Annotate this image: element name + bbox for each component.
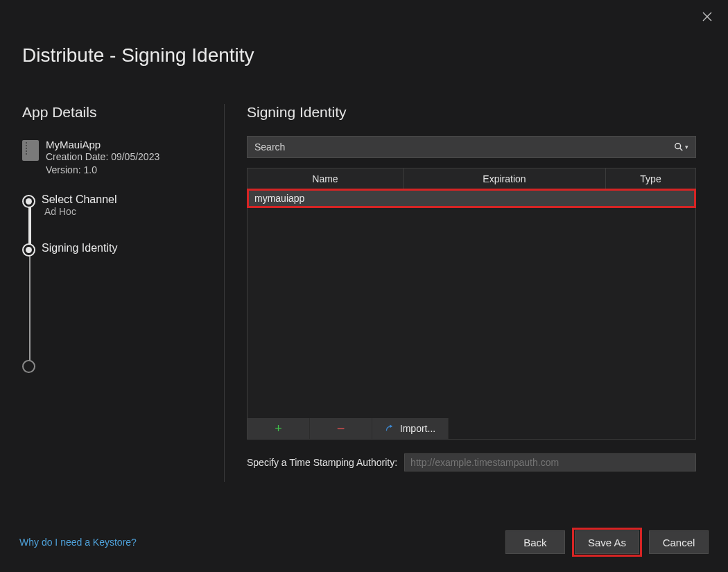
column-name[interactable]: Name: [248, 168, 404, 189]
wizard-steps: Select Channel Ad Hoc Signing Identity: [22, 193, 222, 254]
svg-point-0: [675, 144, 681, 149]
tsa-input[interactable]: [404, 453, 696, 471]
keystore-help-link[interactable]: Why do I need a Keystore?: [19, 537, 137, 548]
page-title: Distribute - Signing Identity: [22, 44, 254, 67]
signing-identity-header: Signing Identity: [247, 104, 696, 121]
right-panel: Signing Identity ▾ Name Expiration Type …: [247, 104, 696, 471]
panel-divider: [224, 104, 225, 482]
table-toolbar: + − Import...: [248, 418, 695, 439]
tsa-label: Specify a Time Stamping Authority:: [247, 457, 397, 468]
step-dot-icon: [22, 360, 35, 373]
chevron-down-icon: ▾: [685, 144, 688, 150]
left-panel: App Details MyMauiApp Creation Date: 09/…: [22, 104, 222, 358]
close-button[interactable]: [699, 8, 716, 25]
search-row: ▾: [247, 136, 696, 158]
footer: Why do I need a Keystore? Back Save As C…: [0, 530, 728, 554]
step-label: Signing Identity: [42, 242, 222, 254]
delete-identity-button[interactable]: −: [310, 418, 372, 439]
import-identity-button[interactable]: Import...: [372, 418, 449, 439]
table-row[interactable]: mymauiapp: [248, 189, 695, 207]
toolbar-spacer: [449, 418, 695, 439]
archive-icon: [22, 140, 39, 161]
back-button[interactable]: Back: [505, 530, 565, 554]
plus-icon: +: [275, 422, 282, 436]
table-header: Name Expiration Type: [248, 168, 695, 189]
close-icon: [702, 12, 712, 21]
import-label: Import...: [400, 423, 435, 434]
cell-name: mymauiapp: [248, 193, 404, 204]
column-type[interactable]: Type: [606, 168, 695, 189]
save-as-button[interactable]: Save As: [575, 530, 639, 554]
step-signing-identity[interactable]: Signing Identity: [42, 242, 222, 254]
step-dot-icon: [22, 195, 35, 208]
import-arrow-icon: [385, 424, 396, 433]
step-dot-icon: [22, 243, 35, 257]
search-icon: [674, 142, 684, 152]
app-creation-date: Creation Date: 09/05/2023: [46, 150, 159, 164]
app-summary: MyMauiApp Creation Date: 09/05/2023 Vers…: [22, 139, 222, 177]
app-details-header: App Details: [22, 104, 222, 121]
step-select-channel[interactable]: Select Channel Ad Hoc: [42, 193, 222, 217]
svg-line-1: [680, 148, 682, 150]
app-version: Version: 1.0: [46, 164, 159, 177]
step-label: Select Channel: [42, 193, 222, 206]
search-dropdown-button[interactable]: ▾: [667, 142, 695, 152]
column-expiration[interactable]: Expiration: [404, 168, 606, 189]
table-body: mymauiapp: [248, 189, 695, 418]
search-input[interactable]: [248, 141, 667, 153]
step-connector-inactive: [29, 244, 31, 372]
add-identity-button[interactable]: +: [248, 418, 310, 439]
cancel-button[interactable]: Cancel: [649, 530, 709, 554]
minus-icon: −: [337, 421, 345, 437]
tsa-row: Specify a Time Stamping Authority:: [247, 453, 696, 471]
step-sublabel: Ad Hoc: [42, 206, 222, 217]
identity-table: Name Expiration Type mymauiapp + −: [247, 168, 696, 440]
app-name: MyMauiApp: [46, 139, 159, 150]
